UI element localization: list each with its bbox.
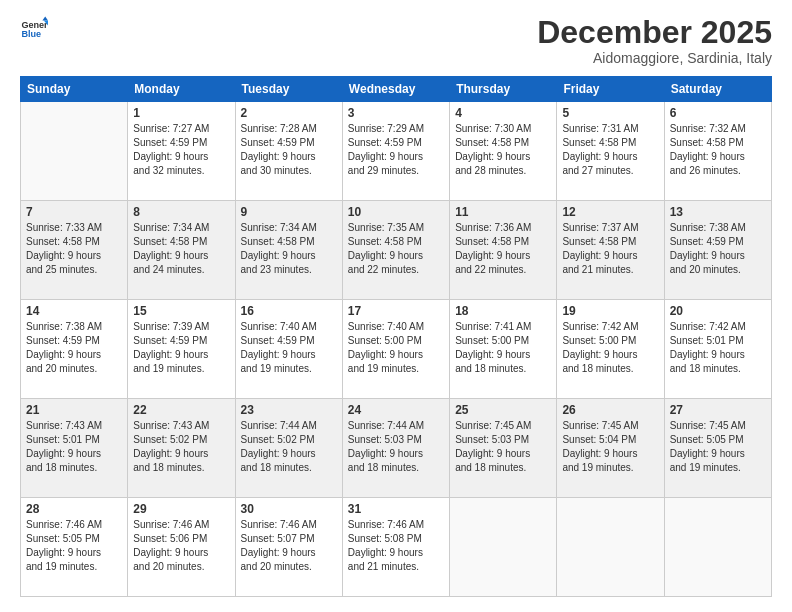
day-number: 31 <box>348 502 444 516</box>
day-number: 8 <box>133 205 229 219</box>
day-number: 13 <box>670 205 766 219</box>
day-number: 19 <box>562 304 658 318</box>
calendar-cell: 7Sunrise: 7:33 AMSunset: 4:58 PMDaylight… <box>21 201 128 300</box>
calendar-cell: 13Sunrise: 7:38 AMSunset: 4:59 PMDayligh… <box>664 201 771 300</box>
calendar-cell <box>557 498 664 597</box>
day-info: Sunrise: 7:44 AMSunset: 5:03 PMDaylight:… <box>348 419 444 475</box>
header-friday: Friday <box>557 77 664 102</box>
header-monday: Monday <box>128 77 235 102</box>
day-info: Sunrise: 7:29 AMSunset: 4:59 PMDaylight:… <box>348 122 444 178</box>
calendar-cell: 2Sunrise: 7:28 AMSunset: 4:59 PMDaylight… <box>235 102 342 201</box>
calendar-cell: 10Sunrise: 7:35 AMSunset: 4:58 PMDayligh… <box>342 201 449 300</box>
day-info: Sunrise: 7:34 AMSunset: 4:58 PMDaylight:… <box>133 221 229 277</box>
day-number: 21 <box>26 403 122 417</box>
day-number: 28 <box>26 502 122 516</box>
calendar-cell: 1Sunrise: 7:27 AMSunset: 4:59 PMDaylight… <box>128 102 235 201</box>
calendar-cell: 14Sunrise: 7:38 AMSunset: 4:59 PMDayligh… <box>21 300 128 399</box>
day-number: 24 <box>348 403 444 417</box>
day-info: Sunrise: 7:43 AMSunset: 5:02 PMDaylight:… <box>133 419 229 475</box>
day-info: Sunrise: 7:38 AMSunset: 4:59 PMDaylight:… <box>26 320 122 376</box>
calendar-cell: 25Sunrise: 7:45 AMSunset: 5:03 PMDayligh… <box>450 399 557 498</box>
day-number: 17 <box>348 304 444 318</box>
calendar-week-1: 1Sunrise: 7:27 AMSunset: 4:59 PMDaylight… <box>21 102 772 201</box>
day-number: 11 <box>455 205 551 219</box>
calendar-cell: 29Sunrise: 7:46 AMSunset: 5:06 PMDayligh… <box>128 498 235 597</box>
day-number: 5 <box>562 106 658 120</box>
calendar-cell: 21Sunrise: 7:43 AMSunset: 5:01 PMDayligh… <box>21 399 128 498</box>
logo-icon: General Blue <box>20 15 48 43</box>
day-number: 12 <box>562 205 658 219</box>
calendar-table: SundayMondayTuesdayWednesdayThursdayFrid… <box>20 76 772 597</box>
calendar-cell: 8Sunrise: 7:34 AMSunset: 4:58 PMDaylight… <box>128 201 235 300</box>
calendar-cell: 4Sunrise: 7:30 AMSunset: 4:58 PMDaylight… <box>450 102 557 201</box>
day-number: 26 <box>562 403 658 417</box>
calendar-week-4: 21Sunrise: 7:43 AMSunset: 5:01 PMDayligh… <box>21 399 772 498</box>
calendar-cell: 12Sunrise: 7:37 AMSunset: 4:58 PMDayligh… <box>557 201 664 300</box>
title-block: December 2025 Aidomaggiore, Sardinia, It… <box>537 15 772 66</box>
calendar-cell: 20Sunrise: 7:42 AMSunset: 5:01 PMDayligh… <box>664 300 771 399</box>
calendar-cell: 24Sunrise: 7:44 AMSunset: 5:03 PMDayligh… <box>342 399 449 498</box>
day-info: Sunrise: 7:46 AMSunset: 5:08 PMDaylight:… <box>348 518 444 574</box>
day-number: 20 <box>670 304 766 318</box>
day-number: 14 <box>26 304 122 318</box>
calendar-cell: 28Sunrise: 7:46 AMSunset: 5:05 PMDayligh… <box>21 498 128 597</box>
header-thursday: Thursday <box>450 77 557 102</box>
calendar-title: December 2025 <box>537 15 772 50</box>
calendar-cell <box>450 498 557 597</box>
day-info: Sunrise: 7:34 AMSunset: 4:58 PMDaylight:… <box>241 221 337 277</box>
calendar-cell: 3Sunrise: 7:29 AMSunset: 4:59 PMDaylight… <box>342 102 449 201</box>
day-info: Sunrise: 7:28 AMSunset: 4:59 PMDaylight:… <box>241 122 337 178</box>
day-number: 29 <box>133 502 229 516</box>
day-info: Sunrise: 7:45 AMSunset: 5:04 PMDaylight:… <box>562 419 658 475</box>
svg-text:General: General <box>21 20 48 30</box>
day-number: 22 <box>133 403 229 417</box>
day-info: Sunrise: 7:35 AMSunset: 4:58 PMDaylight:… <box>348 221 444 277</box>
day-info: Sunrise: 7:37 AMSunset: 4:58 PMDaylight:… <box>562 221 658 277</box>
calendar-cell: 15Sunrise: 7:39 AMSunset: 4:59 PMDayligh… <box>128 300 235 399</box>
day-info: Sunrise: 7:46 AMSunset: 5:07 PMDaylight:… <box>241 518 337 574</box>
calendar-cell: 26Sunrise: 7:45 AMSunset: 5:04 PMDayligh… <box>557 399 664 498</box>
day-info: Sunrise: 7:36 AMSunset: 4:58 PMDaylight:… <box>455 221 551 277</box>
header-saturday: Saturday <box>664 77 771 102</box>
day-info: Sunrise: 7:46 AMSunset: 5:06 PMDaylight:… <box>133 518 229 574</box>
day-number: 23 <box>241 403 337 417</box>
day-number: 6 <box>670 106 766 120</box>
day-number: 9 <box>241 205 337 219</box>
calendar-cell: 11Sunrise: 7:36 AMSunset: 4:58 PMDayligh… <box>450 201 557 300</box>
day-info: Sunrise: 7:40 AMSunset: 5:00 PMDaylight:… <box>348 320 444 376</box>
day-info: Sunrise: 7:38 AMSunset: 4:59 PMDaylight:… <box>670 221 766 277</box>
calendar-cell: 27Sunrise: 7:45 AMSunset: 5:05 PMDayligh… <box>664 399 771 498</box>
page: General Blue December 2025 Aidomaggiore,… <box>0 0 792 612</box>
calendar-cell: 30Sunrise: 7:46 AMSunset: 5:07 PMDayligh… <box>235 498 342 597</box>
day-number: 18 <box>455 304 551 318</box>
day-info: Sunrise: 7:46 AMSunset: 5:05 PMDaylight:… <box>26 518 122 574</box>
logo: General Blue <box>20 15 48 43</box>
header-sunday: Sunday <box>21 77 128 102</box>
calendar-week-2: 7Sunrise: 7:33 AMSunset: 4:58 PMDaylight… <box>21 201 772 300</box>
day-number: 1 <box>133 106 229 120</box>
day-info: Sunrise: 7:33 AMSunset: 4:58 PMDaylight:… <box>26 221 122 277</box>
calendar-header-row: SundayMondayTuesdayWednesdayThursdayFrid… <box>21 77 772 102</box>
header-tuesday: Tuesday <box>235 77 342 102</box>
day-number: 27 <box>670 403 766 417</box>
calendar-cell: 9Sunrise: 7:34 AMSunset: 4:58 PMDaylight… <box>235 201 342 300</box>
calendar-week-5: 28Sunrise: 7:46 AMSunset: 5:05 PMDayligh… <box>21 498 772 597</box>
header: General Blue December 2025 Aidomaggiore,… <box>20 15 772 66</box>
day-info: Sunrise: 7:32 AMSunset: 4:58 PMDaylight:… <box>670 122 766 178</box>
calendar-cell: 17Sunrise: 7:40 AMSunset: 5:00 PMDayligh… <box>342 300 449 399</box>
header-wednesday: Wednesday <box>342 77 449 102</box>
day-info: Sunrise: 7:44 AMSunset: 5:02 PMDaylight:… <box>241 419 337 475</box>
day-info: Sunrise: 7:27 AMSunset: 4:59 PMDaylight:… <box>133 122 229 178</box>
day-info: Sunrise: 7:30 AMSunset: 4:58 PMDaylight:… <box>455 122 551 178</box>
day-info: Sunrise: 7:41 AMSunset: 5:00 PMDaylight:… <box>455 320 551 376</box>
calendar-cell: 31Sunrise: 7:46 AMSunset: 5:08 PMDayligh… <box>342 498 449 597</box>
calendar-cell: 16Sunrise: 7:40 AMSunset: 4:59 PMDayligh… <box>235 300 342 399</box>
calendar-cell: 6Sunrise: 7:32 AMSunset: 4:58 PMDaylight… <box>664 102 771 201</box>
calendar-cell: 18Sunrise: 7:41 AMSunset: 5:00 PMDayligh… <box>450 300 557 399</box>
day-info: Sunrise: 7:43 AMSunset: 5:01 PMDaylight:… <box>26 419 122 475</box>
day-number: 10 <box>348 205 444 219</box>
day-number: 15 <box>133 304 229 318</box>
day-number: 2 <box>241 106 337 120</box>
svg-text:Blue: Blue <box>21 29 41 39</box>
day-number: 7 <box>26 205 122 219</box>
